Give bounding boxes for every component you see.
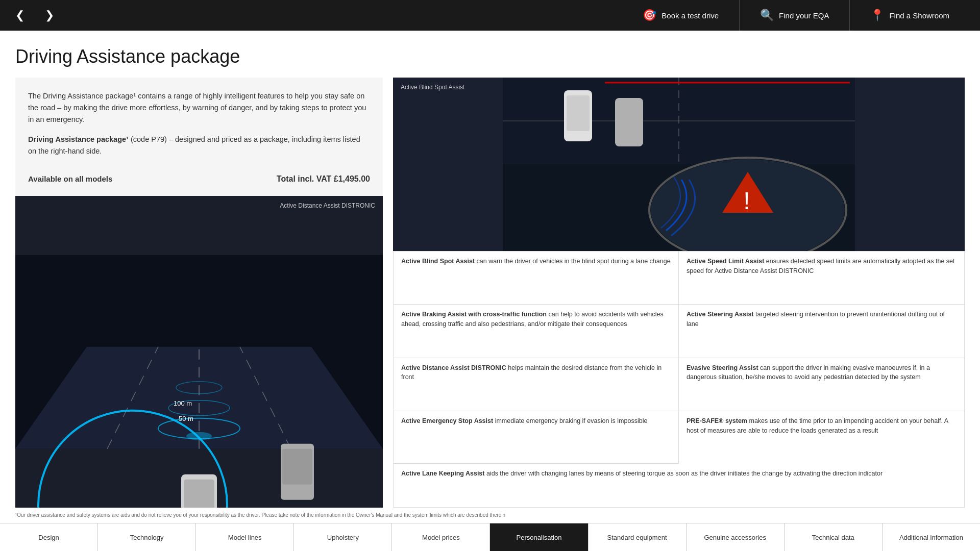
description-block: The Driving Assistance package¹ contains… [15, 78, 383, 196]
car-scene-svg: 100 m 50 m [15, 196, 383, 508]
blind-spot-label: Active Blind Spot Assist [401, 84, 464, 91]
steering-wheel-icon: 🎯 [643, 9, 656, 22]
feature-item: Active Lane Keeping Assist aids the driv… [394, 464, 964, 507]
bottom-nav-item-upholstery[interactable]: Upholstery [294, 523, 392, 551]
content-area: The Driving Assistance package¹ contains… [15, 78, 965, 508]
feature-name: Active Lane Keeping Assist [401, 470, 484, 477]
availability-text: Available on all models [28, 173, 112, 185]
bottom-navigation: DesignTechnologyModel linesUpholsteryMod… [0, 523, 980, 551]
footnote: ¹Our driver assistance and safety system… [15, 508, 965, 523]
find-showroom-button[interactable]: 📍 Find a Showroom [849, 0, 970, 31]
feature-name: Active Braking Assist with cross-traffic… [401, 311, 547, 318]
car-image-label: Active Distance Assist DISTRONIC [280, 202, 375, 209]
feature-item: Active Steering Assist targeted steering… [679, 305, 964, 358]
feature-name: PRE-SAFE® system [687, 417, 747, 424]
svg-rect-23 [615, 98, 643, 146]
svg-text:!: ! [743, 187, 750, 214]
feature-item: Active Braking Assist with cross-traffic… [394, 305, 679, 358]
feature-name: Active Distance Assist DISTRONIC [401, 364, 506, 371]
bottom-nav-item-personalisation[interactable]: Personalisation [490, 523, 588, 551]
blind-spot-scene-svg: ! [393, 78, 965, 251]
bottom-nav-item-standard-equipment[interactable]: Standard equipment [589, 523, 687, 551]
feature-desc: can warn the driver of vehicles in the b… [477, 258, 671, 265]
main-content: Driving Assistance package The Driving A… [0, 31, 980, 523]
find-eqa-button[interactable]: 🔍 Find your EQA [739, 0, 849, 31]
page-title: Driving Assistance package [15, 46, 965, 67]
book-test-drive-button[interactable]: 🎯 Book a test drive [622, 0, 739, 31]
find-eqa-icon: 🔍 [760, 9, 774, 22]
right-panel: Active Blind Spot Assist [393, 78, 965, 508]
feature-name: Evasive Steering Assist [687, 364, 758, 371]
top-navigation: ❮ ❯ 🎯 Book a test drive 🔍 Find your EQA … [0, 0, 980, 31]
package-detail: Driving Assistance package¹ (code P79) –… [28, 134, 370, 157]
find-eqa-label: Find your EQA [779, 11, 829, 20]
bottom-nav-item-model-prices[interactable]: Model prices [392, 523, 490, 551]
feature-item: Evasive Steering Assist can support the … [679, 358, 964, 411]
feature-name: Active Steering Assist [687, 311, 754, 318]
svg-text:100 m: 100 m [174, 399, 192, 407]
feature-item: Active Blind Spot Assist can warn the dr… [394, 252, 679, 305]
bottom-nav-item-design[interactable]: Design [0, 523, 98, 551]
nav-arrows: ❮ ❯ [10, 6, 59, 24]
bottom-nav-item-technical-data[interactable]: Technical data [785, 523, 883, 551]
svg-rect-12 [184, 479, 214, 508]
nav-right-items: 🎯 Book a test drive 🔍 Find your EQA 📍 Fi… [622, 0, 970, 31]
description-text: The Driving Assistance package¹ contains… [28, 90, 370, 126]
feature-name: Active Blind Spot Assist [401, 258, 475, 265]
svg-rect-22 [567, 95, 590, 131]
feature-name: Active Speed Limit Assist [687, 258, 764, 265]
svg-text:50 m: 50 m [179, 414, 193, 422]
bottom-nav-item-model-lines[interactable]: Model lines [196, 523, 294, 551]
book-test-drive-label: Book a test drive [662, 11, 719, 20]
blind-spot-image: Active Blind Spot Assist [393, 78, 965, 251]
bottom-nav-item-technology[interactable]: Technology [98, 523, 196, 551]
feature-item: Active Distance Assist DISTRONIC helps m… [394, 358, 679, 411]
price-text: Total incl. VAT £1,495.00 [277, 172, 370, 186]
feature-desc: immediate emergency braking if evasion i… [495, 417, 648, 424]
bottom-nav-item-additional-information[interactable]: Additional information [883, 523, 980, 551]
feature-item: Active Speed Limit Assist ensures detect… [679, 252, 964, 305]
showroom-icon: 📍 [870, 9, 884, 22]
svg-rect-14 [282, 448, 312, 484]
feature-name: Active Emergency Stop Assist [401, 417, 493, 424]
feature-item: PRE-SAFE® system makes use of the time p… [679, 411, 964, 464]
left-panel: The Driving Assistance package¹ contains… [15, 78, 383, 508]
svg-point-15 [186, 432, 212, 440]
features-grid: Active Blind Spot Assist can warn the dr… [393, 251, 965, 508]
car-image-container: Active Distance Assist DISTRONIC [15, 196, 383, 508]
feature-desc: aids the driver with changing lanes by m… [486, 470, 883, 477]
bottom-nav-item-genuine-accessories[interactable]: Genuine accessories [687, 523, 785, 551]
next-arrow[interactable]: ❯ [40, 6, 59, 24]
find-showroom-label: Find a Showroom [889, 11, 949, 20]
price-row: Available on all models Total incl. VAT … [28, 167, 370, 186]
feature-item: Active Emergency Stop Assist immediate e… [394, 411, 679, 464]
prev-arrow[interactable]: ❮ [10, 6, 30, 24]
